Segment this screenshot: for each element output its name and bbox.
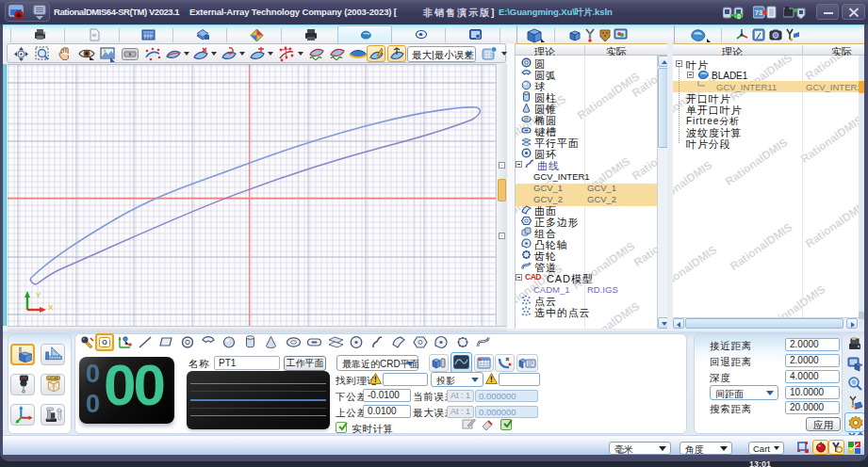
svg-text:73: 73 [755, 8, 762, 17]
svg-text:0: 0 [737, 13, 741, 20]
svg-text:LICAD: LICAD [48, 376, 59, 380]
svg-text:Y: Y [36, 291, 41, 299]
svg-text:X: X [48, 303, 54, 312]
